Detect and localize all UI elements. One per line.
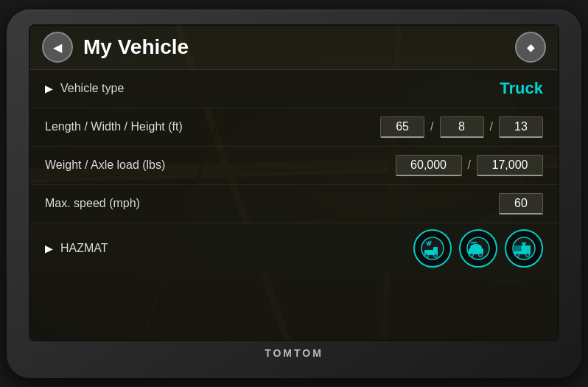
lwh-inputs: 65 / 8 / 13: [380, 116, 543, 138]
device-frame: My Vehicle ▶ Vehicle type Truck Length /…: [7, 10, 581, 378]
svg-point-18: [425, 254, 429, 257]
page-title: My Vehicle: [83, 35, 515, 59]
weight-input[interactable]: 60,000: [396, 155, 462, 176]
hazmat-chevron: ▶: [45, 243, 53, 254]
sep3: /: [468, 158, 471, 172]
vehicle-type-value: Truck: [500, 79, 543, 98]
hazmat-label: HAZMAT: [60, 242, 413, 255]
axle-input[interactable]: 17,000: [477, 155, 543, 176]
weight-label: Weight / Axle load (lbs): [45, 158, 396, 172]
height-input[interactable]: 13: [499, 116, 543, 138]
weight-inputs: 60,000 / 17,000: [396, 155, 543, 176]
hazmat-tank-icon[interactable]: [505, 229, 543, 268]
content-panel: ▶ Vehicle type Truck Length / Width / He…: [30, 70, 558, 340]
hazmat-row[interactable]: ▶ HAZMAT: [30, 223, 558, 273]
width-input[interactable]: 8: [440, 116, 484, 138]
weight-row: Weight / Axle load (lbs) 60,000 / 17,000: [30, 147, 558, 185]
vehicle-type-label: Vehicle type: [60, 82, 500, 95]
speed-row: Max. speed (mph) 60: [30, 185, 558, 223]
hazmat-icons-container: [413, 229, 543, 268]
svg-point-27: [479, 253, 483, 257]
vehicle-type-chevron: ▶: [45, 83, 53, 94]
back-button[interactable]: [42, 32, 73, 63]
sep2: /: [490, 120, 493, 133]
svg-point-33: [526, 253, 530, 257]
length-input[interactable]: 65: [380, 116, 424, 138]
screen: My Vehicle ▶ Vehicle type Truck Length /…: [29, 24, 559, 341]
header: My Vehicle: [30, 26, 558, 70]
navigation-button[interactable]: [515, 32, 546, 63]
speed-input[interactable]: 60: [499, 193, 543, 215]
vehicle-type-row[interactable]: ▶ Vehicle type Truck: [30, 70, 558, 108]
dimensions-row: Length / Width / Height (ft) 65 / 8 / 13: [30, 108, 558, 147]
hazmat-water-icon[interactable]: [459, 229, 497, 268]
svg-point-32: [516, 253, 519, 257]
dimensions-label: Length / Width / Height (ft): [45, 120, 380, 133]
hazmat-explosion-icon[interactable]: [413, 229, 452, 268]
ui-overlay: My Vehicle ▶ Vehicle type Truck Length /…: [30, 26, 558, 340]
svg-rect-30: [514, 245, 522, 251]
speed-label: Max. speed (mph): [45, 197, 499, 210]
svg-point-26: [470, 253, 474, 257]
sep1: /: [430, 120, 433, 133]
svg-point-25: [470, 244, 482, 251]
brand-label: TOMTOM: [265, 347, 323, 359]
svg-point-19: [434, 254, 438, 257]
svg-rect-17: [433, 247, 438, 251]
